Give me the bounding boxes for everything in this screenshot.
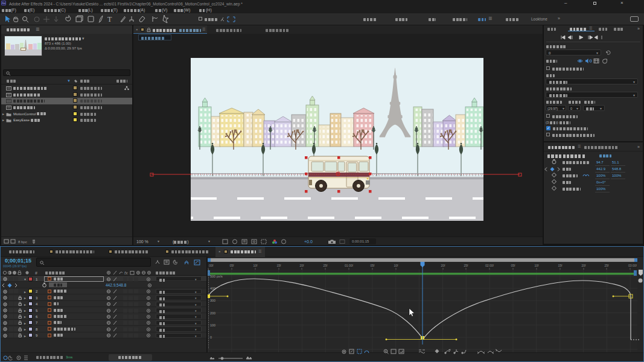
svg-text:05f: 05f [371, 264, 375, 267]
svg-text:15f: 15f [558, 264, 563, 267]
svg-text:100: 100 [210, 323, 215, 327]
svg-text:8 bpc: 8 bpc [18, 240, 27, 244]
svg-text:15f: 15f [277, 264, 282, 267]
svg-text:10f: 10f [535, 264, 540, 267]
svg-text:10f: 10f [253, 264, 258, 267]
svg-text:05f: 05f [230, 264, 235, 267]
svg-text:200: 200 [210, 311, 215, 315]
svg-text:400: 400 [210, 287, 215, 290]
svg-text:25f: 25f [464, 264, 469, 267]
svg-text::00f: :00f [208, 264, 214, 267]
svg-text:25f: 25f [605, 264, 610, 267]
svg-text:05f: 05f [511, 264, 516, 267]
svg-text:fx: fx [124, 271, 128, 275]
svg-text:10f: 10f [394, 264, 399, 267]
svg-text:0: 0 [210, 335, 212, 339]
svg-text:20f: 20f [441, 264, 446, 267]
svg-text:#: # [35, 271, 37, 275]
svg-text:300: 300 [210, 299, 215, 302]
svg-text:03:00f: 03:00f [628, 264, 637, 267]
svg-text:20f: 20f [582, 264, 587, 267]
svg-text:01:00f: 01:00f [345, 264, 354, 267]
svg-text:500 px/s: 500 px/s [210, 275, 223, 278]
svg-text:25f: 25f [324, 264, 328, 267]
svg-text:T: T [107, 15, 112, 24]
svg-text:20f: 20f [300, 264, 305, 267]
svg-text:02:00f: 02:00f [485, 264, 494, 267]
